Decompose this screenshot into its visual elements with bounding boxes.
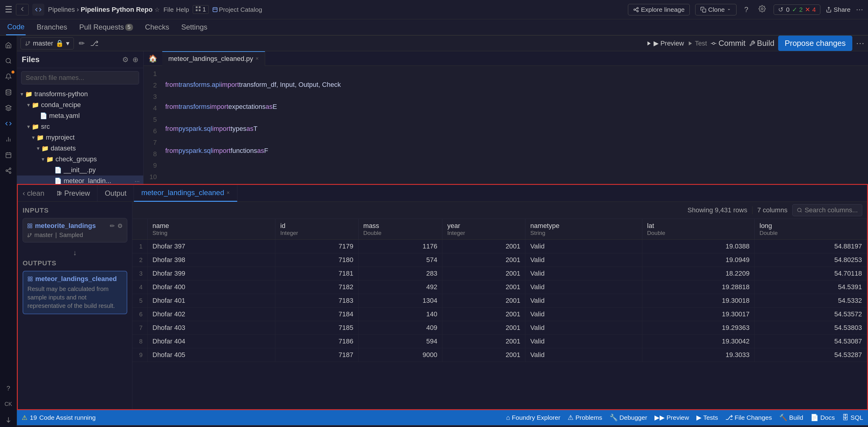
problems-item[interactable]: ⚠ Problems (568, 414, 602, 422)
meteor-landings-cleaned-tab[interactable]: meteor_landings_cleaned × (134, 185, 237, 202)
tree-item-transforms-python[interactable]: ▾ 📁 transforms-python (17, 89, 143, 99)
tree-item-conda-recipe[interactable]: ▾ 📁 conda_recipe (17, 99, 143, 110)
table-row[interactable]: 2 Dhofar 398 7180 574 2001 Valid 19.0949… (132, 253, 867, 267)
home-tab[interactable]: 🏠 (144, 51, 162, 66)
dots-icon[interactable]: ··· (134, 178, 140, 184)
tree-item-datasets[interactable]: ▾ 📁 datasets (17, 143, 143, 154)
build-footer-item[interactable]: 🔨 Build (779, 414, 803, 422)
preview-footer-item[interactable]: ▶▶ Preview (654, 414, 689, 422)
tab-checks[interactable]: Checks (144, 19, 170, 35)
calendar-sidebar-icon[interactable] (1, 148, 16, 162)
database-sidebar-icon[interactable] (1, 85, 16, 99)
sql-item[interactable]: 🗄 SQL (842, 414, 863, 422)
more-options-button[interactable]: ⋯ (856, 5, 863, 14)
branch-selector[interactable]: master 🔒 ▾ (21, 37, 74, 50)
col-header-nametype[interactable]: nametype String (525, 219, 642, 240)
table-row[interactable]: 9 Dhofar 405 7187 9000 2001 Valid 19.303… (132, 348, 867, 362)
table-row[interactable]: 3 Dhofar 399 7181 283 2001 Valid 18.2209… (132, 267, 867, 280)
preview-button[interactable]: ▶ Preview (646, 39, 684, 47)
file-search-input[interactable] (21, 71, 139, 85)
share-sidebar-icon[interactable] (1, 163, 16, 178)
star-icon[interactable]: ☆ (154, 6, 160, 13)
code-area[interactable]: 12345 678910 11121314 from transforms.ap… (144, 66, 868, 184)
tab-branches[interactable]: Branches (35, 19, 68, 35)
clone-button[interactable]: Clone (695, 4, 737, 16)
code-icon[interactable] (32, 4, 44, 16)
chart-sidebar-icon[interactable] (1, 132, 16, 147)
help-icon-button[interactable]: ? (742, 4, 751, 15)
cell-long: 54.80253 (754, 253, 867, 267)
tests-item[interactable]: ▶ Tests (696, 414, 718, 422)
tree-item-check-groups[interactable]: ▾ 📁 check_groups (17, 154, 143, 165)
code-content[interactable]: from transforms.api import transform_df,… (162, 66, 868, 184)
svg-point-7 (637, 7, 639, 9)
tab-settings[interactable]: Settings (180, 19, 209, 35)
table-row[interactable]: 4 Dhofar 400 7182 492 2001 Valid 19.2881… (132, 280, 867, 294)
warning-indicator[interactable]: ⚠ 19 Code Assist running (22, 414, 96, 421)
tab-close-icon[interactable]: × (226, 190, 230, 196)
alert-sidebar-icon[interactable] (1, 69, 16, 84)
tree-item-myproject[interactable]: ▾ 📁 myproject (17, 132, 143, 143)
arrow-down-sidebar-icon[interactable] (1, 413, 16, 427)
editor-more-button[interactable]: ⋯ (856, 38, 864, 48)
col-header-long[interactable]: long Double (754, 219, 867, 240)
col-header-lat[interactable]: lat Double (642, 219, 754, 240)
commit-button[interactable]: Commit (711, 39, 746, 48)
grid-button[interactable]: 1 (193, 5, 209, 14)
tree-item-src[interactable]: ▾ 📁 src (17, 121, 143, 132)
table-row[interactable]: 7 Dhofar 403 7185 409 2001 Valid 19.2936… (132, 321, 867, 335)
cell-mass: 574 (358, 253, 442, 267)
footer-center: ⌂ Foundry Explorer ⚠ Problems 🔧 Debugger (506, 414, 863, 422)
table-scroll[interactable]: name String id Integer mass (132, 219, 867, 409)
test-button[interactable]: Test (688, 39, 707, 47)
preview-bottom-tab[interactable]: Preview (49, 185, 97, 202)
cell-mass: 492 (358, 280, 442, 294)
file-changes-item[interactable]: ⎇ File Changes (725, 414, 772, 422)
plus-icon[interactable]: ⊕ (132, 56, 138, 64)
tab-code[interactable]: Code (6, 19, 26, 35)
table-row[interactable]: 8 Dhofar 404 7186 594 2001 Valid 19.3004… (132, 335, 867, 348)
branch-icon[interactable]: ⎇ (90, 39, 99, 48)
gear-icon[interactable]: ⚙ (117, 222, 123, 230)
search-columns-button[interactable]: Search columns... (792, 204, 862, 216)
layers-sidebar-icon[interactable] (1, 101, 16, 115)
col-header-name[interactable]: name String (148, 219, 275, 240)
back-button[interactable] (16, 4, 29, 16)
output-tab[interactable]: Output (97, 185, 134, 202)
col-header-year[interactable]: year Integer (442, 219, 525, 240)
debugger-item[interactable]: 🔧 Debugger (610, 414, 647, 422)
help-menu[interactable]: Help (176, 6, 189, 13)
explore-lineage-button[interactable]: Explore lineage (628, 4, 690, 16)
col-header-mass[interactable]: mass Double (358, 219, 442, 240)
file-menu[interactable]: File (163, 6, 174, 13)
back-nav-clean[interactable]: ‹ clean (18, 185, 49, 202)
propose-changes-button[interactable]: Propose changes (778, 36, 852, 51)
edit-icon[interactable]: ✏ (110, 222, 115, 230)
checks-badge[interactable]: ↺ 0 ✓ 2 ✕ 4 (774, 4, 820, 15)
gear-icon[interactable]: ⚙ (122, 56, 129, 64)
foundry-explorer-item[interactable]: ⌂ Foundry Explorer (506, 414, 560, 422)
tree-item-meta-yaml[interactable]: 📄 meta.yaml (17, 110, 143, 121)
build-button[interactable]: Build (749, 39, 775, 48)
col-header-id[interactable]: id Integer (275, 219, 358, 240)
code-sidebar-icon[interactable] (1, 116, 16, 131)
question-sidebar-icon[interactable]: ? (1, 381, 16, 396)
table-row[interactable]: 1 Dhofar 397 7179 1176 2001 Valid 19.038… (132, 240, 867, 253)
docs-item[interactable]: 📄 Docs (810, 414, 835, 422)
search-sidebar-icon[interactable] (1, 54, 16, 68)
editor-tab-meteor[interactable]: meteor_landings_cleaned.py × (162, 51, 265, 66)
table-row[interactable]: 6 Dhofar 402 7184 140 2001 Valid 19.3001… (132, 308, 867, 321)
ck-sidebar-icon[interactable]: CK (1, 397, 16, 411)
tab-close-icon[interactable]: × (255, 56, 259, 62)
settings-icon-button[interactable] (756, 4, 768, 16)
hamburger-icon[interactable]: ☰ (5, 4, 12, 14)
table-row[interactable]: 5 Dhofar 401 7183 1304 2001 Valid 19.300… (132, 294, 867, 308)
project-catalog-button[interactable]: Project Catalog (212, 6, 262, 13)
tree-item-init-py[interactable]: 📄 __init__.py (17, 165, 143, 176)
share-button[interactable]: Share (826, 6, 850, 13)
pencil-icon[interactable]: ✏ (79, 39, 85, 48)
breadcrumb-parent[interactable]: Pipelines (48, 6, 75, 13)
home-sidebar-icon[interactable] (1, 38, 16, 53)
tree-item-meteor-landings[interactable]: 📄 meteor_landin... ··· (17, 176, 143, 184)
tab-pull-requests[interactable]: Pull Requests 5 (78, 19, 134, 35)
